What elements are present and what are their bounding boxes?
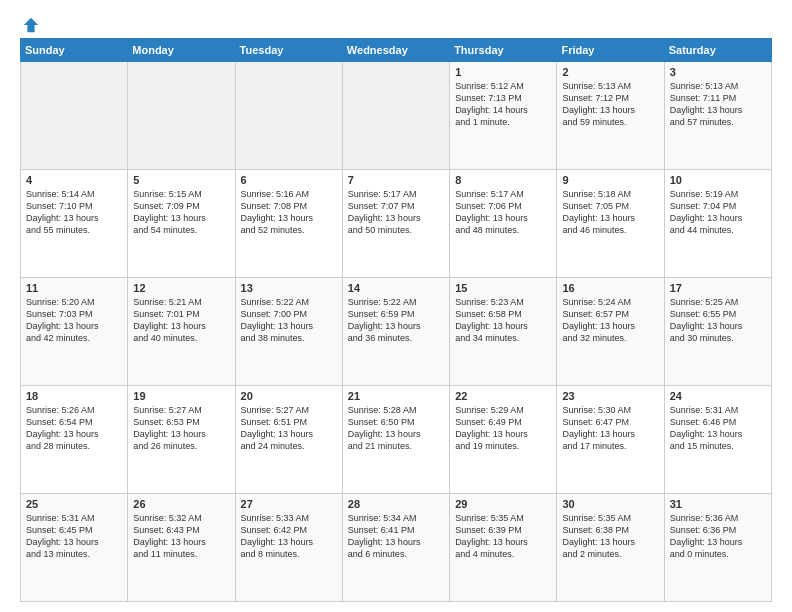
day-number: 4 (26, 174, 122, 186)
week-row-5: 25Sunrise: 5:31 AM Sunset: 6:45 PM Dayli… (21, 494, 772, 602)
table-cell: 19Sunrise: 5:27 AM Sunset: 6:53 PM Dayli… (128, 386, 235, 494)
table-cell (21, 62, 128, 170)
day-number: 13 (241, 282, 337, 294)
day-number: 25 (26, 498, 122, 510)
table-cell: 22Sunrise: 5:29 AM Sunset: 6:49 PM Dayli… (450, 386, 557, 494)
day-info: Sunrise: 5:19 AM Sunset: 7:04 PM Dayligh… (670, 188, 766, 237)
calendar-table: SundayMondayTuesdayWednesdayThursdayFrid… (20, 38, 772, 602)
header-row: SundayMondayTuesdayWednesdayThursdayFrid… (21, 39, 772, 62)
day-info: Sunrise: 5:14 AM Sunset: 7:10 PM Dayligh… (26, 188, 122, 237)
day-number: 7 (348, 174, 444, 186)
table-cell: 1Sunrise: 5:12 AM Sunset: 7:13 PM Daylig… (450, 62, 557, 170)
header-day-thursday: Thursday (450, 39, 557, 62)
day-number: 5 (133, 174, 229, 186)
table-cell: 30Sunrise: 5:35 AM Sunset: 6:38 PM Dayli… (557, 494, 664, 602)
day-number: 18 (26, 390, 122, 402)
day-info: Sunrise: 5:18 AM Sunset: 7:05 PM Dayligh… (562, 188, 658, 237)
logo (20, 16, 40, 30)
day-number: 26 (133, 498, 229, 510)
day-info: Sunrise: 5:31 AM Sunset: 6:45 PM Dayligh… (26, 512, 122, 561)
day-number: 29 (455, 498, 551, 510)
day-info: Sunrise: 5:34 AM Sunset: 6:41 PM Dayligh… (348, 512, 444, 561)
day-number: 21 (348, 390, 444, 402)
day-number: 27 (241, 498, 337, 510)
table-cell: 9Sunrise: 5:18 AM Sunset: 7:05 PM Daylig… (557, 170, 664, 278)
day-number: 15 (455, 282, 551, 294)
table-cell: 25Sunrise: 5:31 AM Sunset: 6:45 PM Dayli… (21, 494, 128, 602)
day-info: Sunrise: 5:13 AM Sunset: 7:11 PM Dayligh… (670, 80, 766, 129)
table-cell: 31Sunrise: 5:36 AM Sunset: 6:36 PM Dayli… (664, 494, 771, 602)
day-info: Sunrise: 5:12 AM Sunset: 7:13 PM Dayligh… (455, 80, 551, 129)
day-number: 1 (455, 66, 551, 78)
day-info: Sunrise: 5:32 AM Sunset: 6:43 PM Dayligh… (133, 512, 229, 561)
day-number: 8 (455, 174, 551, 186)
day-info: Sunrise: 5:27 AM Sunset: 6:51 PM Dayligh… (241, 404, 337, 453)
table-cell: 10Sunrise: 5:19 AM Sunset: 7:04 PM Dayli… (664, 170, 771, 278)
header-day-saturday: Saturday (664, 39, 771, 62)
calendar-header: SundayMondayTuesdayWednesdayThursdayFrid… (21, 39, 772, 62)
calendar-body: 1Sunrise: 5:12 AM Sunset: 7:13 PM Daylig… (21, 62, 772, 602)
table-cell (235, 62, 342, 170)
day-number: 14 (348, 282, 444, 294)
header-day-friday: Friday (557, 39, 664, 62)
day-number: 17 (670, 282, 766, 294)
calendar: SundayMondayTuesdayWednesdayThursdayFrid… (20, 38, 772, 602)
day-info: Sunrise: 5:36 AM Sunset: 6:36 PM Dayligh… (670, 512, 766, 561)
table-cell: 16Sunrise: 5:24 AM Sunset: 6:57 PM Dayli… (557, 278, 664, 386)
header-day-wednesday: Wednesday (342, 39, 449, 62)
table-cell: 29Sunrise: 5:35 AM Sunset: 6:39 PM Dayli… (450, 494, 557, 602)
table-cell: 3Sunrise: 5:13 AM Sunset: 7:11 PM Daylig… (664, 62, 771, 170)
day-number: 9 (562, 174, 658, 186)
day-number: 10 (670, 174, 766, 186)
day-number: 16 (562, 282, 658, 294)
table-cell: 18Sunrise: 5:26 AM Sunset: 6:54 PM Dayli… (21, 386, 128, 494)
header-day-monday: Monday (128, 39, 235, 62)
table-cell: 7Sunrise: 5:17 AM Sunset: 7:07 PM Daylig… (342, 170, 449, 278)
table-cell: 23Sunrise: 5:30 AM Sunset: 6:47 PM Dayli… (557, 386, 664, 494)
day-info: Sunrise: 5:31 AM Sunset: 6:46 PM Dayligh… (670, 404, 766, 453)
table-cell: 17Sunrise: 5:25 AM Sunset: 6:55 PM Dayli… (664, 278, 771, 386)
table-cell: 28Sunrise: 5:34 AM Sunset: 6:41 PM Dayli… (342, 494, 449, 602)
table-cell: 27Sunrise: 5:33 AM Sunset: 6:42 PM Dayli… (235, 494, 342, 602)
day-info: Sunrise: 5:22 AM Sunset: 6:59 PM Dayligh… (348, 296, 444, 345)
table-cell: 13Sunrise: 5:22 AM Sunset: 7:00 PM Dayli… (235, 278, 342, 386)
svg-marker-0 (24, 18, 38, 32)
table-cell: 24Sunrise: 5:31 AM Sunset: 6:46 PM Dayli… (664, 386, 771, 494)
table-cell: 11Sunrise: 5:20 AM Sunset: 7:03 PM Dayli… (21, 278, 128, 386)
day-info: Sunrise: 5:17 AM Sunset: 7:07 PM Dayligh… (348, 188, 444, 237)
table-cell: 6Sunrise: 5:16 AM Sunset: 7:08 PM Daylig… (235, 170, 342, 278)
table-cell: 8Sunrise: 5:17 AM Sunset: 7:06 PM Daylig… (450, 170, 557, 278)
table-cell (128, 62, 235, 170)
week-row-1: 1Sunrise: 5:12 AM Sunset: 7:13 PM Daylig… (21, 62, 772, 170)
header (20, 16, 772, 30)
day-number: 3 (670, 66, 766, 78)
day-number: 23 (562, 390, 658, 402)
table-cell: 12Sunrise: 5:21 AM Sunset: 7:01 PM Dayli… (128, 278, 235, 386)
day-info: Sunrise: 5:20 AM Sunset: 7:03 PM Dayligh… (26, 296, 122, 345)
day-info: Sunrise: 5:35 AM Sunset: 6:38 PM Dayligh… (562, 512, 658, 561)
table-cell: 20Sunrise: 5:27 AM Sunset: 6:51 PM Dayli… (235, 386, 342, 494)
week-row-2: 4Sunrise: 5:14 AM Sunset: 7:10 PM Daylig… (21, 170, 772, 278)
table-cell: 4Sunrise: 5:14 AM Sunset: 7:10 PM Daylig… (21, 170, 128, 278)
day-number: 20 (241, 390, 337, 402)
day-number: 22 (455, 390, 551, 402)
table-cell: 5Sunrise: 5:15 AM Sunset: 7:09 PM Daylig… (128, 170, 235, 278)
day-info: Sunrise: 5:25 AM Sunset: 6:55 PM Dayligh… (670, 296, 766, 345)
day-number: 19 (133, 390, 229, 402)
day-info: Sunrise: 5:29 AM Sunset: 6:49 PM Dayligh… (455, 404, 551, 453)
day-info: Sunrise: 5:23 AM Sunset: 6:58 PM Dayligh… (455, 296, 551, 345)
day-number: 11 (26, 282, 122, 294)
day-number: 2 (562, 66, 658, 78)
week-row-3: 11Sunrise: 5:20 AM Sunset: 7:03 PM Dayli… (21, 278, 772, 386)
day-info: Sunrise: 5:13 AM Sunset: 7:12 PM Dayligh… (562, 80, 658, 129)
table-cell: 21Sunrise: 5:28 AM Sunset: 6:50 PM Dayli… (342, 386, 449, 494)
table-cell (342, 62, 449, 170)
day-number: 28 (348, 498, 444, 510)
day-info: Sunrise: 5:35 AM Sunset: 6:39 PM Dayligh… (455, 512, 551, 561)
day-info: Sunrise: 5:21 AM Sunset: 7:01 PM Dayligh… (133, 296, 229, 345)
day-info: Sunrise: 5:16 AM Sunset: 7:08 PM Dayligh… (241, 188, 337, 237)
day-info: Sunrise: 5:15 AM Sunset: 7:09 PM Dayligh… (133, 188, 229, 237)
day-number: 31 (670, 498, 766, 510)
header-day-sunday: Sunday (21, 39, 128, 62)
day-info: Sunrise: 5:30 AM Sunset: 6:47 PM Dayligh… (562, 404, 658, 453)
